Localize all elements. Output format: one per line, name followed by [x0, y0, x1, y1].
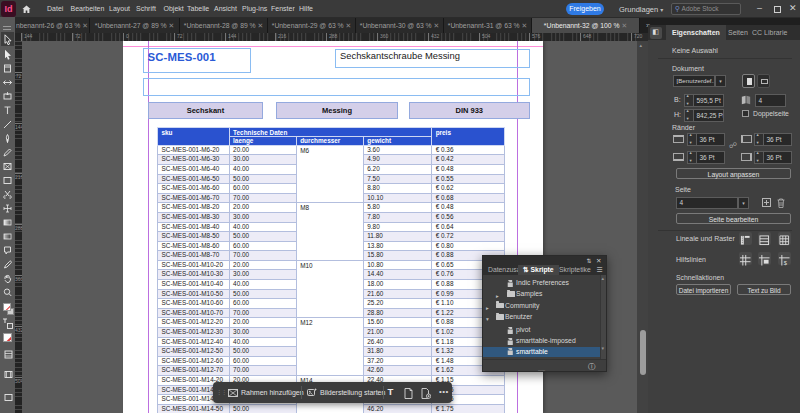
svg-text:$: $ [784, 259, 788, 265]
